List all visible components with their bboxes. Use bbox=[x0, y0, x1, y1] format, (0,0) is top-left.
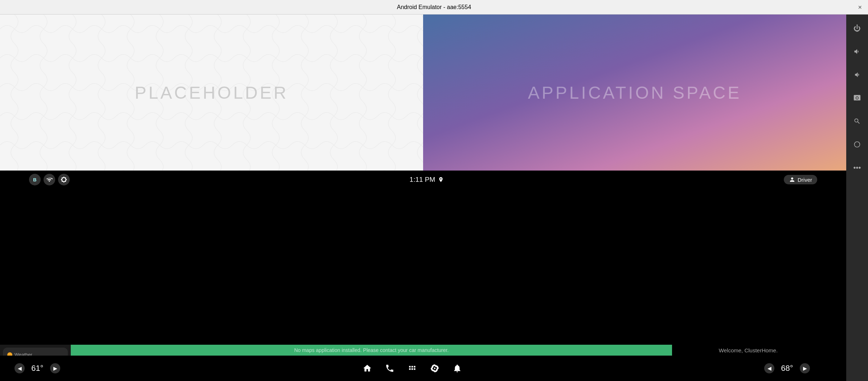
grid-nav-icon[interactable] bbox=[408, 364, 417, 373]
location-icon bbox=[438, 177, 444, 183]
app-space-screen: APPLICATION SPACE bbox=[423, 15, 846, 171]
driver-label: Driver bbox=[798, 177, 812, 183]
home-nav-icon[interactable] bbox=[363, 364, 372, 373]
right-temp-decrease-button[interactable]: ◀ bbox=[764, 363, 774, 373]
cluster-home: Welcome, ClusterHome. bbox=[672, 345, 824, 356]
zoom-icon[interactable] bbox=[851, 115, 864, 128]
right-temp-increase-button[interactable]: ▶ bbox=[800, 363, 810, 373]
phone-nav-icon[interactable] bbox=[385, 364, 394, 373]
brightness-icon[interactable] bbox=[58, 174, 70, 185]
status-right: Driver bbox=[784, 175, 817, 184]
bell-nav-icon[interactable] bbox=[453, 364, 462, 373]
left-temp-value: 61° bbox=[28, 364, 46, 373]
driver-button[interactable]: Driver bbox=[784, 175, 817, 184]
left-temp-control: ◀ 61° ▶ bbox=[15, 363, 60, 373]
profile-icon bbox=[789, 176, 795, 183]
bottom-nav: ◀ 61° ▶ bbox=[0, 356, 824, 381]
bluetooth-icon[interactable]: B bbox=[29, 174, 41, 185]
left-temp-decrease-button[interactable]: ◀ bbox=[15, 363, 25, 373]
app-space-text: APPLICATION SPACE bbox=[528, 83, 741, 103]
top-screens: PLACEHOLDER APPLICATION SPACE bbox=[0, 15, 846, 171]
title-bar: Android Emulator - aae:5554 ✕ bbox=[0, 0, 868, 15]
placeholder-screen: PLACEHOLDER bbox=[0, 15, 423, 171]
nav-icons bbox=[363, 364, 462, 373]
right-temp-control: ◀ 68° ▶ bbox=[764, 363, 810, 373]
left-temp-increase-button[interactable]: ▶ bbox=[50, 363, 60, 373]
volume-up-icon[interactable] bbox=[851, 45, 864, 58]
fan-nav-icon[interactable] bbox=[430, 364, 439, 373]
emulator-body: ⏻ ••• bbox=[0, 15, 868, 381]
more-icon[interactable]: ••• bbox=[851, 161, 864, 174]
sidebar-controls: ⏻ ••• bbox=[846, 15, 868, 381]
status-bar: B 1:11 PM bbox=[0, 171, 846, 189]
close-button[interactable]: ✕ bbox=[858, 4, 862, 10]
status-left: B bbox=[29, 174, 70, 185]
camera-icon[interactable] bbox=[851, 91, 864, 105]
svg-rect-1 bbox=[0, 15, 423, 171]
wifi-icon[interactable] bbox=[44, 174, 55, 185]
svg-point-0 bbox=[855, 142, 860, 147]
volume-down-icon[interactable] bbox=[851, 68, 864, 81]
auto-panel: B 1:11 PM bbox=[0, 171, 846, 381]
status-center: 1:11 PM bbox=[410, 176, 444, 184]
circle-icon[interactable] bbox=[851, 138, 864, 151]
map-area: No maps application installed. Please co… bbox=[71, 345, 672, 356]
main-content: Weather –° Mostly sunny Mountain View • … bbox=[0, 345, 824, 356]
notification-panel: Weather –° Mostly sunny Mountain View • … bbox=[0, 345, 71, 356]
map-no-app-text: No maps application installed. Please co… bbox=[294, 347, 449, 353]
current-time: 1:11 PM bbox=[410, 176, 435, 184]
power-icon[interactable]: ⏻ bbox=[851, 22, 864, 35]
title-bar-text: Android Emulator - aae:5554 bbox=[397, 4, 471, 11]
welcome-text: Welcome, ClusterHome. bbox=[719, 347, 778, 353]
right-temp-value: 68° bbox=[778, 364, 796, 373]
